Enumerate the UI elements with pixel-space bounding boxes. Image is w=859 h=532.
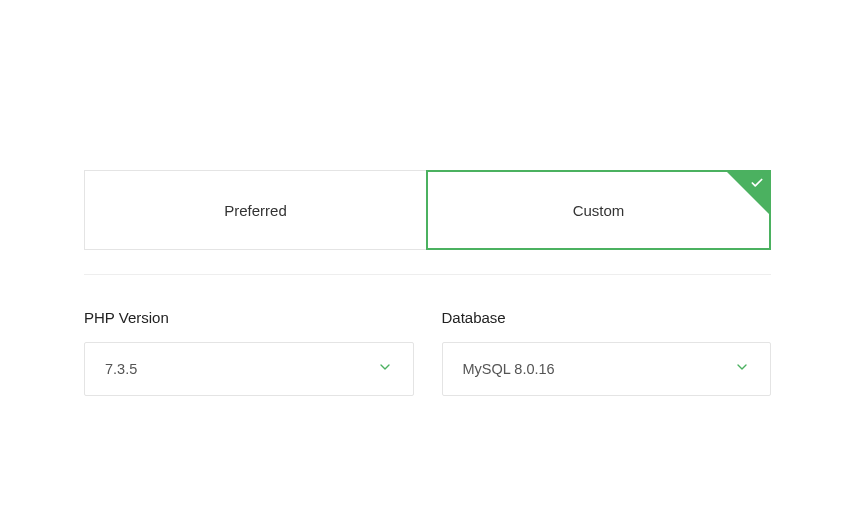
selected-corner [727, 172, 769, 214]
database-field: Database MySQL 8.0.16 [442, 309, 772, 396]
database-select[interactable]: MySQL 8.0.16 [442, 342, 772, 396]
tab-preferred[interactable]: Preferred [84, 170, 426, 250]
config-mode-tabs: Preferred Custom [84, 170, 771, 250]
chevron-down-icon [734, 359, 750, 379]
database-label: Database [442, 309, 772, 326]
php-version-field: PHP Version 7.3.5 [84, 309, 414, 396]
database-value: MySQL 8.0.16 [463, 361, 555, 377]
chevron-down-icon [377, 359, 393, 379]
tab-label: Custom [573, 202, 625, 219]
php-version-value: 7.3.5 [105, 361, 137, 377]
php-version-label: PHP Version [84, 309, 414, 326]
tab-label: Preferred [224, 202, 287, 219]
tab-custom[interactable]: Custom [426, 170, 771, 250]
divider [84, 274, 771, 275]
php-version-select[interactable]: 7.3.5 [84, 342, 414, 396]
